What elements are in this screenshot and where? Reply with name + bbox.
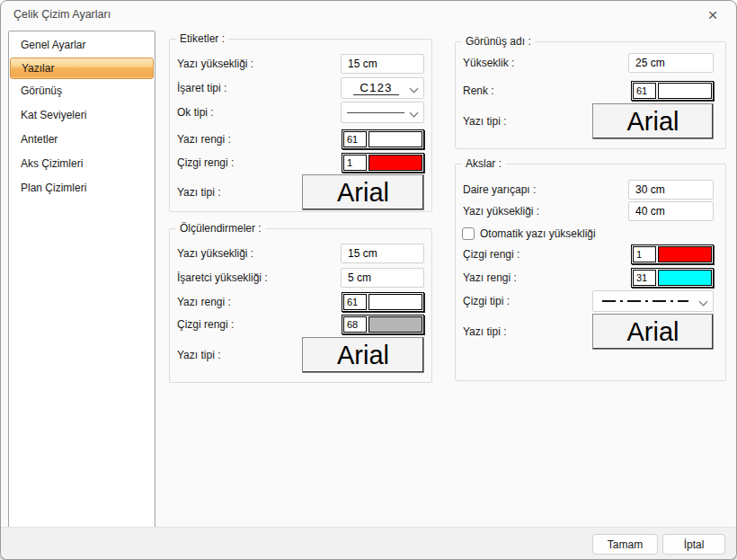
- color-swatch: [658, 83, 712, 99]
- gorunus-renk-control[interactable]: 61: [631, 81, 714, 101]
- color-number: 1: [343, 155, 367, 171]
- akslar-font-button[interactable]: Arial: [592, 314, 714, 350]
- group-olculendirmeler-title: Ölçülendirmeler :: [176, 222, 265, 235]
- mark-type-preview: C123: [353, 81, 398, 95]
- olculendirmeler-isaretci-yuksekligi-input[interactable]: [341, 268, 424, 288]
- group-etiketler: Etiketler : Yazı yüksekliği : İşaret tip…: [169, 39, 432, 212]
- dash-dot-line-preview: [602, 300, 688, 302]
- akslar-yazi-rengi-control[interactable]: 31: [631, 268, 714, 288]
- sidebar-item-antetler[interactable]: Antetler: [9, 128, 155, 152]
- sidebar-item-plan-cizimleri[interactable]: Plan Çizimleri: [9, 176, 155, 200]
- olculendirmeler-yazi-tipi-label: Yazı tipi :: [177, 349, 220, 361]
- title-bar: Çelik Çizim Ayarları ×: [1, 1, 736, 30]
- etiketler-yazi-yuksekligi-input[interactable]: [341, 54, 424, 74]
- akslar-cizgi-rengi-label: Çizgi rengi :: [463, 248, 519, 261]
- olculendirmeler-yazi-rengi-label: Yazı rengi :: [177, 296, 231, 308]
- etiketler-cizgi-rengi-label: Çizgi rengi :: [177, 156, 234, 169]
- akslar-yazi-rengi-label: Yazı rengi :: [463, 271, 517, 284]
- olculendirmeler-isaretci-yuksekligi-label: İşaretci yüksekliği :: [177, 271, 268, 284]
- gorunus-yukseklik-input[interactable]: [628, 53, 714, 73]
- footer: Tamam İptal: [1, 527, 736, 559]
- color-swatch: [368, 155, 422, 171]
- color-number: 61: [343, 294, 367, 310]
- gorunus-font-button[interactable]: Arial: [592, 103, 714, 139]
- color-swatch: [658, 270, 712, 286]
- etiketler-ok-tipi-dropdown[interactable]: [341, 102, 424, 123]
- color-swatch: [368, 131, 422, 147]
- akslar-daire-yaricapi-input[interactable]: [628, 180, 714, 200]
- olculendirmeler-yazi-rengi-control[interactable]: 61: [342, 292, 424, 312]
- color-number: 31: [633, 270, 656, 286]
- group-gorunus-adi-title: Görünüş adı :: [462, 35, 535, 48]
- sidebar-item-aks-cizimleri[interactable]: Aks Çizimleri: [9, 152, 155, 176]
- chevron-down-icon: [410, 109, 419, 118]
- akslar-yazi-yuksekligi-label: Yazı yüksekliği :: [463, 205, 539, 218]
- settings-dialog: Çelik Çizim Ayarları × Genel Ayarlar Yaz…: [0, 0, 737, 560]
- akslar-cizgi-tipi-label: Çizgi tipi :: [463, 295, 510, 307]
- chevron-down-icon: [410, 84, 419, 93]
- color-number: 68: [343, 316, 367, 333]
- solid-line-preview: [347, 112, 404, 113]
- color-number: 1: [633, 246, 656, 262]
- otomatik-yazi-yuksekligi-label: Otomatik yazı yüksekliği: [480, 227, 596, 240]
- sidebar-item-yazilar[interactable]: Yazılar: [10, 58, 154, 79]
- group-akslar: Akslar : Daire yarıçapı : Yazı yüksekliğ…: [455, 164, 726, 381]
- akslar-cizgi-rengi-control[interactable]: 1: [631, 244, 714, 264]
- ok-button[interactable]: Tamam: [592, 534, 658, 555]
- olculendirmeler-cizgi-rengi-label: Çizgi rengi :: [177, 318, 234, 331]
- sidebar-item-gorunus[interactable]: Görünüş: [9, 79, 155, 103]
- group-gorunus-adi: Görünüş adı : Yükseklik : Renk : 61 Yazı…: [455, 41, 726, 149]
- cancel-button[interactable]: İptal: [662, 534, 725, 555]
- gorunus-renk-label: Renk :: [463, 84, 494, 97]
- chevron-down-icon: [699, 298, 708, 307]
- dialog-title: Çelik Çizim Ayarları: [13, 8, 111, 21]
- etiketler-yazi-rengi-label: Yazı rengi :: [177, 133, 231, 146]
- close-icon[interactable]: ×: [702, 4, 724, 26]
- gorunus-yukseklik-label: Yükseklik :: [463, 57, 514, 69]
- color-number: 61: [633, 83, 656, 99]
- akslar-yazi-tipi-label: Yazı tipi :: [463, 325, 506, 338]
- etiketler-cizgi-rengi-control[interactable]: 1: [342, 153, 424, 173]
- etiketler-font-button[interactable]: Arial: [302, 174, 424, 210]
- olculendirmeler-yazi-yuksekligi-input[interactable]: [341, 244, 424, 263]
- color-swatch: [368, 294, 422, 310]
- sidebar-item-genel-ayarlar[interactable]: Genel Ayarlar: [9, 33, 155, 58]
- akslar-cizgi-tipi-dropdown[interactable]: [592, 290, 714, 312]
- sidebar: Genel Ayarlar Yazılar Görünüş Kat Seviye…: [8, 31, 155, 529]
- olculendirmeler-cizgi-rengi-control[interactable]: 68: [342, 315, 424, 334]
- color-number: 61: [343, 131, 367, 147]
- color-swatch: [368, 316, 422, 333]
- group-etiketler-title: Etiketler :: [176, 32, 228, 45]
- olculendirmeler-yazi-yuksekligi-label: Yazı yüksekliği :: [177, 247, 253, 260]
- group-olculendirmeler: Ölçülendirmeler : Yazı yüksekliği : İşar…: [169, 228, 432, 383]
- otomatik-yazi-yuksekligi-checkbox[interactable]: [462, 227, 475, 240]
- akslar-yazi-yuksekligi-input[interactable]: [628, 201, 714, 221]
- etiketler-yazi-yuksekligi-label: Yazı yüksekliği :: [177, 58, 253, 70]
- gorunus-yazi-tipi-label: Yazı tipi :: [463, 115, 506, 128]
- etiketler-isaret-tipi-label: İşaret tipi :: [177, 82, 226, 94]
- etiketler-isaret-tipi-dropdown[interactable]: C123: [341, 77, 424, 99]
- olculendirmeler-font-button[interactable]: Arial: [302, 337, 424, 373]
- group-akslar-title: Akslar :: [462, 157, 505, 170]
- color-swatch: [658, 246, 712, 262]
- akslar-daire-yaricapi-label: Daire yarıçapı :: [463, 183, 536, 196]
- etiketler-yazi-tipi-label: Yazı tipi :: [177, 186, 220, 199]
- etiketler-yazi-rengi-control[interactable]: 61: [342, 129, 424, 149]
- sidebar-item-kat-seviyeleri[interactable]: Kat Seviyeleri: [9, 103, 155, 128]
- etiketler-ok-tipi-label: Ok tipi :: [177, 106, 214, 119]
